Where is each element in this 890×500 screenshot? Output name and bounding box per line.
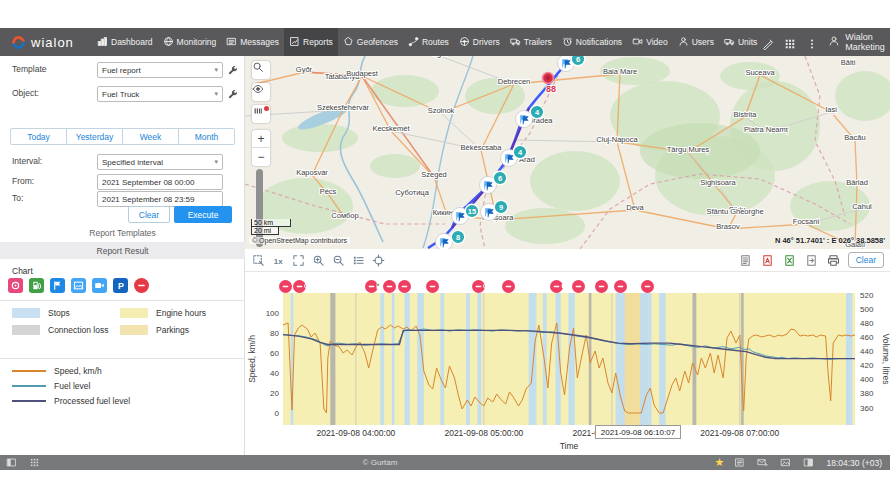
- map-city-label: Kecskemét: [372, 124, 410, 133]
- one-x-icon[interactable]: 1x: [271, 253, 286, 268]
- interval-select[interactable]: Specified interval▾: [97, 154, 223, 170]
- nav-item-users[interactable]: Users: [673, 28, 719, 56]
- status-bar: © Gurtam ★ 18:04:30 (+03): [0, 455, 890, 470]
- map-city-label: Cahul: [852, 202, 872, 211]
- expand-icon[interactable]: [291, 253, 306, 268]
- event-badge-minus[interactable]: [595, 280, 608, 293]
- file-doc-icon[interactable]: [738, 253, 753, 268]
- event-badge-minus[interactable]: [398, 280, 411, 293]
- legend-list-icon[interactable]: [351, 253, 366, 268]
- map-city-label: Bacău: [844, 133, 865, 142]
- nav-item-drivers[interactable]: Drivers: [454, 28, 505, 56]
- nav-item-monitoring[interactable]: Monitoring: [158, 28, 222, 56]
- map-zoom-slider[interactable]: [256, 169, 263, 247]
- copyright[interactable]: © Gurtam: [340, 458, 420, 467]
- user-menu[interactable]: Wialon Marketing: [828, 32, 885, 52]
- event-icon-fuel[interactable]: [29, 278, 44, 293]
- event-icon-speedcam[interactable]: [8, 278, 23, 293]
- event-icon-video[interactable]: [559, 280, 571, 292]
- template-select[interactable]: Fuel report▾: [97, 62, 223, 78]
- layout-icon[interactable]: [803, 457, 814, 468]
- nav-item-dashboard[interactable]: Dashboard: [92, 28, 158, 56]
- zoom-in-icon[interactable]: [311, 253, 326, 268]
- from-input[interactable]: 2021 September 08 00:00: [97, 174, 223, 190]
- from-label: From:: [12, 176, 34, 186]
- event-icon-speedcam[interactable]: [480, 280, 492, 292]
- map-canvas: GyőrTatabányaBudapestSzékesfehérvárEgerS…: [245, 56, 890, 249]
- event-icon-theft[interactable]: [134, 278, 149, 293]
- map-city-label: Sighișoara: [700, 178, 736, 187]
- range-button-today[interactable]: Today: [11, 129, 67, 144]
- nav-item-notifications[interactable]: Notifications: [557, 28, 627, 56]
- drivers-icon: [459, 36, 470, 49]
- map-city-label: Brașov: [716, 222, 740, 231]
- clear-button[interactable]: Clear: [128, 206, 170, 223]
- mail-send-icon[interactable]: [757, 457, 768, 468]
- object-select[interactable]: Fuel Truck▾: [97, 86, 223, 102]
- file-exp-icon[interactable]: [804, 253, 819, 268]
- map-city-label: Győr: [296, 65, 313, 74]
- top-nav: wialon DashboardMonitoringMessagesReport…: [0, 28, 890, 56]
- wialon-logo[interactable]: wialon: [0, 35, 92, 50]
- range-button-month[interactable]: Month: [179, 129, 234, 144]
- report-templates-section[interactable]: Report Templates: [0, 228, 245, 238]
- chart-result-item[interactable]: Chart: [12, 266, 33, 276]
- nav-item-messages[interactable]: Messages: [221, 28, 284, 56]
- event-icon-image[interactable]: [71, 278, 86, 293]
- nav-item-units[interactable]: Units: [719, 28, 762, 56]
- event-icon-flag[interactable]: [50, 278, 65, 293]
- file-pdf-icon[interactable]: [760, 253, 775, 268]
- zoom-out-icon[interactable]: [331, 253, 346, 268]
- report-result-section[interactable]: Report Result: [0, 242, 245, 259]
- event-icon-parking[interactable]: P: [113, 278, 128, 293]
- range-button-week[interactable]: Week: [123, 129, 179, 144]
- event-icon-speedcam[interactable]: [301, 280, 313, 292]
- nav-item-video[interactable]: Video: [627, 28, 673, 56]
- event-badge-minus[interactable]: [383, 280, 396, 293]
- map-visibility-icon[interactable]: [252, 83, 270, 101]
- map-attribution[interactable]: © OpenStreetMap contributors: [249, 237, 350, 244]
- report-panel: Template Fuel report▾ Object: Fuel Truck…: [0, 56, 245, 455]
- svg-text:80: 80: [270, 329, 279, 338]
- media-icon[interactable]: [780, 457, 791, 468]
- to-input[interactable]: 2021 September 08 23:59: [97, 191, 223, 207]
- object-wrench-icon[interactable]: [227, 87, 239, 105]
- event-badge-minus[interactable]: [641, 280, 654, 293]
- nav-item-geofences[interactable]: Geofences: [338, 28, 403, 56]
- printer-icon[interactable]: [826, 253, 841, 268]
- event-badge-minus[interactable]: [502, 280, 515, 293]
- routes-icon: [408, 36, 419, 49]
- file-xls-icon[interactable]: [782, 253, 797, 268]
- fuel-chart[interactable]: 0204060801003603804004204404604805005202…: [245, 272, 890, 455]
- apps-grid-icon[interactable]: [784, 36, 796, 48]
- event-badge-minus[interactable]: [426, 280, 439, 293]
- execute-button[interactable]: Execute: [174, 206, 232, 223]
- target-icon[interactable]: [371, 253, 386, 268]
- crop-select-icon[interactable]: [251, 253, 266, 268]
- divider: [0, 300, 245, 301]
- tools-icon[interactable]: [762, 36, 774, 48]
- range-button-yesterday[interactable]: Yesterday: [67, 129, 123, 144]
- event-badge-minus[interactable]: [614, 280, 627, 293]
- star-icon[interactable]: ★: [715, 456, 725, 469]
- template-wrench-icon[interactable]: [227, 63, 239, 81]
- svg-text:8: 8: [456, 233, 460, 242]
- report-icon[interactable]: [734, 457, 745, 468]
- event-icon-parking[interactable]: P: [583, 280, 595, 292]
- event-badge-minus[interactable]: [279, 280, 292, 293]
- panel-toggle-icon[interactable]: [6, 457, 17, 468]
- map-city-label: Iași: [825, 105, 837, 114]
- nav-item-trailers[interactable]: Trailers: [505, 28, 557, 56]
- nav-item-routes[interactable]: Routes: [403, 28, 454, 56]
- chart-clear-button[interactable]: Clear: [848, 252, 884, 268]
- map-search-icon[interactable]: [252, 61, 270, 79]
- zoom-out-button[interactable]: −: [252, 148, 270, 166]
- event-icon-video[interactable]: [92, 278, 107, 293]
- apps-dots-icon[interactable]: [29, 457, 40, 468]
- nav-item-reports[interactable]: Reports: [284, 28, 338, 56]
- zoom-in-button[interactable]: +: [252, 130, 270, 148]
- messages-icon: [226, 36, 237, 49]
- kebab-menu-icon[interactable]: [806, 36, 818, 48]
- notifications-icon: [562, 36, 573, 49]
- map[interactable]: GyőrTatabányaBudapestSzékesfehérvárEgerS…: [245, 56, 890, 249]
